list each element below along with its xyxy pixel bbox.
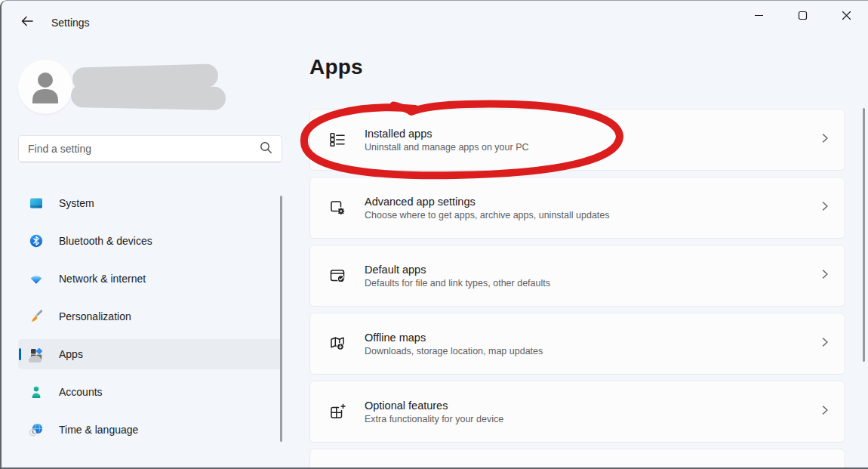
sidebar: System Bluetooth & devices Network & int… xyxy=(2,43,288,469)
default-apps-icon xyxy=(328,267,346,285)
search-input[interactable] xyxy=(28,143,259,155)
redaction-bar xyxy=(71,84,226,110)
chevron-right-icon xyxy=(820,404,830,419)
sidebar-item-label: System xyxy=(59,197,94,209)
bluetooth-icon xyxy=(29,233,44,248)
redacted-user-name xyxy=(72,60,246,113)
network-icon xyxy=(29,271,44,286)
person-icon xyxy=(30,70,60,103)
sidebar-item-label: Network & internet xyxy=(59,273,146,285)
advanced-app-settings-icon xyxy=(328,199,346,217)
sidebar-item-label: Personalization xyxy=(59,310,131,322)
card-subtitle: Downloads, storage location, map updates xyxy=(365,346,802,356)
sidebar-item-apps[interactable]: Apps xyxy=(18,339,282,369)
time-language-icon xyxy=(29,422,44,437)
sidebar-item-personalization[interactable]: Personalization xyxy=(18,301,282,332)
user-account-block[interactable] xyxy=(18,53,267,121)
card-offline-maps[interactable]: Offline maps Downloads, storage location… xyxy=(309,313,845,375)
sidebar-item-network-internet[interactable]: Network & internet xyxy=(18,264,282,294)
chevron-right-icon xyxy=(820,132,830,147)
card-subtitle: Defaults for file and link types, other … xyxy=(365,278,802,288)
search-box xyxy=(18,135,282,162)
card-title: Default apps xyxy=(365,264,802,276)
sidebar-item-accounts[interactable]: Accounts xyxy=(18,377,282,407)
avatar xyxy=(18,60,72,114)
card-title: Installed apps xyxy=(365,128,802,140)
card-partial-next[interactable] xyxy=(309,449,845,469)
sidebar-item-label: Apps xyxy=(59,348,83,360)
main-scrollbar[interactable] xyxy=(863,108,865,362)
sidebar-item-bluetooth-devices[interactable]: Bluetooth & devices xyxy=(18,226,282,256)
installed-apps-icon xyxy=(328,131,346,149)
card-default-apps[interactable]: Default apps Defaults for file and link … xyxy=(309,245,845,307)
search-icon xyxy=(259,140,272,157)
card-advanced-app-settings[interactable]: Advanced app settings Choose where to ge… xyxy=(309,177,845,239)
back-arrow-icon xyxy=(20,14,35,31)
card-installed-apps[interactable]: Installed apps Uninstall and manage apps… xyxy=(309,109,845,171)
offline-maps-icon xyxy=(328,335,346,353)
card-subtitle: Choose where to get apps, archive apps, … xyxy=(365,210,802,221)
accounts-icon xyxy=(29,384,44,400)
sidebar-scrollbar[interactable] xyxy=(280,196,282,442)
settings-cards: Installed apps Uninstall and manage apps… xyxy=(309,109,845,469)
chevron-right-icon xyxy=(820,268,830,283)
page-title: Apps xyxy=(309,55,363,79)
main-content: Apps Installed apps Uninstall and manage… xyxy=(288,1,868,469)
chevron-right-icon xyxy=(820,200,830,215)
sidebar-item-label: Bluetooth & devices xyxy=(59,235,152,247)
gear-glyph xyxy=(337,208,344,214)
chevron-right-icon xyxy=(820,336,830,351)
sidebar-item-label: Accounts xyxy=(59,386,103,398)
card-subtitle: Extra functionality for your device xyxy=(365,414,802,424)
window-title: Settings xyxy=(51,17,90,29)
card-title: Advanced app settings xyxy=(365,196,802,208)
optional-features-icon xyxy=(328,403,346,421)
card-optional-features[interactable]: Optional features Extra functionality fo… xyxy=(309,381,845,443)
gaming-icon-partial xyxy=(29,356,42,363)
selected-accent-pill xyxy=(19,348,21,360)
card-title: Offline maps xyxy=(365,332,802,344)
sidebar-item-time-language[interactable]: Time & language xyxy=(18,415,282,445)
back-button[interactable] xyxy=(14,10,41,34)
personalization-icon xyxy=(29,309,44,324)
system-icon xyxy=(29,196,44,211)
card-title: Optional features xyxy=(365,400,802,412)
settings-window: Settings xyxy=(0,0,868,469)
card-subtitle: Uninstall and manage apps on your PC xyxy=(365,142,802,153)
sidebar-item-system[interactable]: System xyxy=(18,188,282,218)
sidebar-item-label: Time & language xyxy=(59,424,138,436)
sidebar-nav: System Bluetooth & devices Network & int… xyxy=(18,188,282,452)
